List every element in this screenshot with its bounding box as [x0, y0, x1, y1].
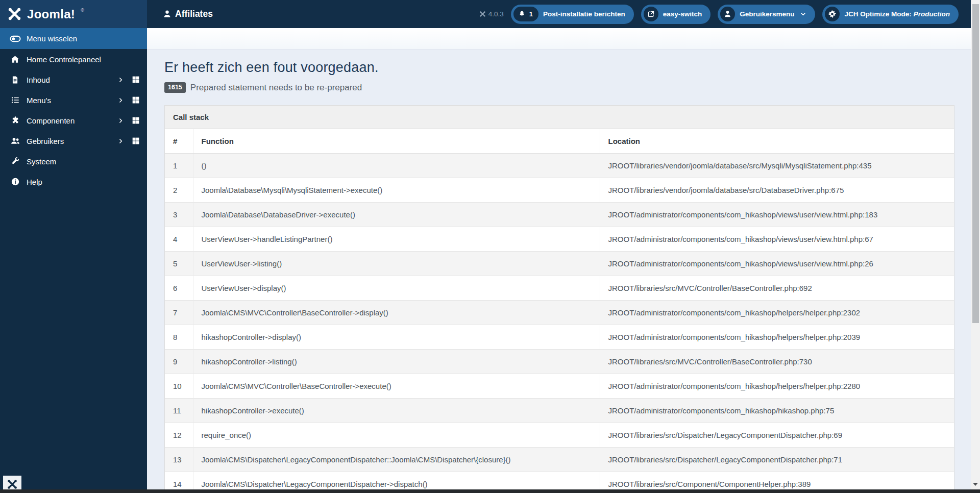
- button-label: easy-switch: [663, 10, 702, 18]
- scrollbar-thumb[interactable]: [972, 4, 979, 323]
- row-number: 13: [165, 448, 193, 472]
- sidebar-item-home[interactable]: Home Controlepaneel: [0, 49, 147, 69]
- error-subline: 1615 Prepared statement needs to be re-p…: [164, 82, 954, 93]
- page-title: Affiliates: [162, 9, 213, 19]
- toggle-icon: [8, 33, 22, 44]
- error-heading: Er heeft zich een fout voorgedaan.: [164, 60, 954, 76]
- column-header-function: Function: [193, 129, 600, 154]
- sidebar-item-inhoud[interactable]: Inhoud: [0, 69, 147, 90]
- row-number: 3: [165, 203, 193, 227]
- row-location: JROOT/libraries/src/Dispatcher/LegacyCom…: [600, 423, 954, 448]
- column-header-location: Location: [600, 129, 954, 154]
- window-bottom-edge: [0, 489, 980, 493]
- table-row: 5 UserViewUser->listing() JROOT/administ…: [165, 252, 954, 276]
- sidebar-item-gebruikers[interactable]: Gebruikers: [0, 131, 147, 151]
- row-location: JROOT/administrator/components/com_hikas…: [600, 203, 954, 227]
- chevron-right-icon[interactable]: [117, 77, 124, 83]
- grid-icon[interactable]: [132, 76, 140, 84]
- joomla-logo[interactable]: Joomla!®: [0, 0, 147, 28]
- scrollbar-down-button[interactable]: [971, 481, 980, 488]
- post-installation-messages-button[interactable]: 1 Post-installatie berichten: [511, 5, 634, 24]
- row-function: require_once(): [193, 423, 600, 448]
- easy-switch-button[interactable]: easy-switch: [641, 5, 711, 24]
- row-function: Joomla\CMS\MVC\Controller\BaseController…: [193, 301, 600, 325]
- admin-header: Affiliates 4.0.3 1 Post-installatie beri…: [147, 0, 971, 28]
- sidebar-item-label: Menu's: [27, 96, 117, 105]
- sidebar-item-label: Inhoud: [27, 76, 117, 84]
- puzzle-icon: [8, 116, 22, 125]
- grid-icon[interactable]: [132, 116, 140, 125]
- sidebar: Joomla!® Menu wisselen Home Controlepane…: [0, 0, 147, 493]
- row-location: JROOT/libraries/vendor/joomla/database/s…: [600, 154, 954, 178]
- table-row: 9 hikashopController->listing() JROOT/li…: [165, 350, 954, 374]
- row-function: (): [193, 154, 600, 178]
- sidebar-item-menus[interactable]: Menu's: [0, 90, 147, 110]
- error-message: Prepared statement needs to be re-prepar…: [190, 83, 362, 93]
- person-icon: [162, 9, 172, 19]
- table-row: 3 Joomla\Database\DatabaseDriver->execut…: [165, 203, 954, 227]
- joomla-wordmark: Joomla!: [27, 7, 75, 21]
- gear-icon: [825, 7, 840, 21]
- row-number: 10: [165, 374, 193, 399]
- row-number: 4: [165, 227, 193, 252]
- button-label: Post-installatie berichten: [543, 10, 625, 18]
- chevron-down-icon: [800, 11, 806, 17]
- list-icon: [8, 95, 22, 105]
- sidebar-item-label: Systeem: [27, 157, 141, 166]
- row-location: JROOT/administrator/components/com_hikas…: [600, 325, 954, 350]
- sidebar-item-label: Menu wisselen: [27, 34, 141, 43]
- sidebar-item-label: Componenten: [27, 116, 117, 125]
- row-location: JROOT/libraries/src/Dispatcher/LegacyCom…: [600, 448, 954, 472]
- grid-icon[interactable]: [132, 137, 140, 145]
- user-menu-button[interactable]: Gebruikersmenu: [718, 5, 815, 24]
- row-number: 11: [165, 399, 193, 423]
- chevron-right-icon[interactable]: [117, 138, 124, 144]
- row-location: JROOT/administrator/components/com_hikas…: [600, 227, 954, 252]
- vertical-scrollbar[interactable]: [971, 0, 980, 489]
- table-row: 6 UserViewUser->display() JROOT/librarie…: [165, 276, 954, 301]
- row-location: JROOT/administrator/components/com_hikas…: [600, 252, 954, 276]
- joomla-mini-icon: [7, 479, 18, 490]
- table-row: 1 () JROOT/libraries/vendor/joomla/datab…: [165, 154, 954, 178]
- row-function: UserViewUser->handleListingPartner(): [193, 227, 600, 252]
- table-row: 2 Joomla\Database\Mysqli\MysqliStatement…: [165, 178, 954, 203]
- row-number: 6: [165, 276, 193, 301]
- jch-optimize-mode-button[interactable]: JCH Optimize Mode:Production: [822, 5, 959, 24]
- registered-mark: ®: [81, 8, 84, 13]
- button-label: JCH Optimize Mode:Production: [844, 10, 950, 18]
- row-function: UserViewUser->display(): [193, 276, 600, 301]
- table-row: 13 Joomla\CMS\Dispatcher\LegacyComponent…: [165, 448, 954, 472]
- row-function: Joomla\Database\Mysqli\MysqliStatement->…: [193, 178, 600, 203]
- row-location: JROOT/libraries/src/MVC/Controller/BaseC…: [600, 276, 954, 301]
- button-label: Gebruikersmenu: [740, 10, 794, 18]
- call-stack-table: # Function Location 1 () JROOT/libraries…: [165, 129, 954, 493]
- table-row: 8 hikashopController->display() JROOT/ad…: [165, 325, 954, 350]
- badge-count: 1: [529, 10, 533, 18]
- bell-icon: [518, 10, 526, 18]
- wrench-icon: [8, 157, 22, 166]
- row-function: hikashopController->listing(): [193, 350, 600, 374]
- sidebar-item-systeem[interactable]: Systeem: [0, 151, 147, 171]
- joomla-version-icon: [479, 11, 486, 17]
- external-link-icon: [644, 7, 658, 21]
- row-number: 1: [165, 154, 193, 178]
- table-row: 12 require_once() JROOT/libraries/src/Di…: [165, 423, 954, 448]
- sidebar-item-menu-wisselen[interactable]: Menu wisselen: [0, 28, 147, 49]
- sidebar-item-componenten[interactable]: Componenten: [0, 110, 147, 131]
- joomla-version: 4.0.3: [479, 10, 504, 18]
- sidebar-item-label: Gebruikers: [27, 137, 117, 145]
- row-function: hikashopController->execute(): [193, 399, 600, 423]
- row-location: JROOT/libraries/vendor/joomla/database/s…: [600, 178, 954, 203]
- sidebar-item-help[interactable]: Help: [0, 171, 147, 192]
- table-row: 10 Joomla\CMS\MVC\Controller\BaseControl…: [165, 374, 954, 399]
- joomla-logo-icon: [7, 7, 22, 21]
- error-code-badge: 1615: [164, 82, 186, 93]
- info-icon: [8, 177, 22, 186]
- sidebar-item-label: Help: [27, 178, 141, 186]
- grid-icon[interactable]: [132, 96, 140, 104]
- chevron-right-icon[interactable]: [117, 97, 124, 104]
- users-icon: [8, 136, 22, 146]
- row-number: 2: [165, 178, 193, 203]
- header-actions: 4.0.3 1 Post-installatie berichten easy-…: [479, 5, 959, 24]
- chevron-right-icon[interactable]: [117, 117, 124, 124]
